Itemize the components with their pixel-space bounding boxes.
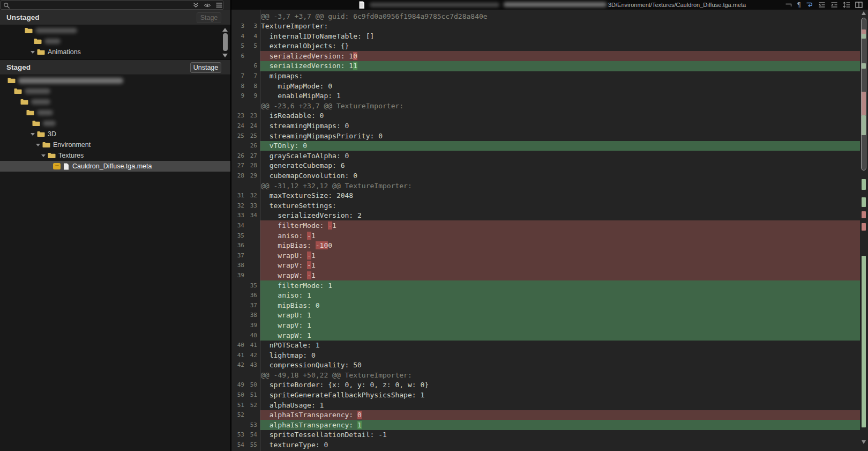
menu-icon[interactable]: [215, 2, 223, 9]
diff-row[interactable]: 38 wrapU: 1: [231, 310, 868, 321]
diff-row[interactable]: 2525 streamingMipmapsPriority: 0: [231, 131, 868, 141]
hunk-header-row[interactable]: @@ -3,7 +3,7 @@ guid: 6c9fd0a0956f1984a9…: [231, 11, 868, 21]
diff-row[interactable]: 39 wrapV: 1: [231, 320, 868, 330]
disclosure-triangle-icon[interactable]: [41, 154, 46, 157]
tree-row-blurred[interactable]: [0, 86, 230, 97]
old-line-number: 9: [231, 92, 244, 99]
diff-row[interactable]: 34 filterMode: -1: [231, 220, 868, 231]
new-line-number: 40: [245, 332, 257, 339]
diff-scrollbar[interactable]: [861, 10, 867, 451]
whitespace-icon[interactable]: [785, 2, 792, 8]
diff-row[interactable]: 3334 serializedVersion: 2: [231, 211, 868, 221]
scroll-down-arrow[interactable]: [862, 440, 866, 444]
row-highlight-band: [260, 201, 860, 211]
hunk-header-row[interactable]: @@ -23,6 +23,7 @@ TextureImporter:: [231, 101, 868, 111]
disclosure-triangle-icon[interactable]: [31, 133, 35, 136]
diff-row[interactable]: 2424 streamingMipmaps: 0: [231, 121, 868, 131]
scrollbar-thumb[interactable]: [861, 18, 866, 171]
folder-icon: [32, 120, 40, 127]
tree-row-blurred[interactable]: [0, 25, 230, 36]
old-line-number: 35: [231, 232, 244, 239]
tree-row-3d[interactable]: 3D: [0, 129, 230, 139]
hunk-header-row[interactable]: @@ -49,18 +50,22 @@ TextureImporter:: [231, 370, 868, 380]
scroll-up-arrow[interactable]: [862, 11, 866, 15]
pilcrow-icon[interactable]: ¶: [797, 2, 801, 9]
diff-row[interactable]: 3233 textureSettings:: [231, 201, 868, 211]
tree-row-textures[interactable]: Textures: [0, 150, 230, 161]
new-line-number: 6: [245, 62, 257, 69]
diff-map-marker-del: [862, 211, 866, 218]
diff-row[interactable]: 2627 grayScaleToAlpha: 0: [231, 151, 868, 161]
code-text: wrapU: -1: [261, 252, 316, 260]
diff-row[interactable]: 38 wrapV: -1: [231, 261, 868, 271]
diff-row[interactable]: 37 mipBias: 0: [231, 300, 868, 310]
diff-row[interactable]: 6 serializedVersion: 11: [231, 61, 868, 71]
stage-button[interactable]: Stage: [197, 12, 221, 23]
columns-icon[interactable]: [855, 2, 863, 8]
tree-row-animations[interactable]: Animations: [0, 47, 230, 57]
diff-row[interactable]: 52 alphaIsTransparency: 0: [231, 410, 868, 420]
diff-row[interactable]: 4142 lightmap: 0: [231, 350, 868, 360]
diff-row[interactable]: 39 wrapW: -1: [231, 270, 868, 280]
diff-row[interactable]: 99 enableMipMap: 1: [231, 91, 868, 101]
unstage-button[interactable]: Unstage: [190, 62, 221, 73]
unstaged-scroll-down-arrow[interactable]: [222, 54, 228, 57]
diff-row[interactable]: 5455 textureType: 0: [231, 440, 868, 450]
tree-row-cauldron-diffuse-tga-meta[interactable]: ···Cauldron_Diffuse.tga.meta: [0, 161, 230, 172]
code-text: filterMode: 1: [261, 282, 332, 290]
diff-row[interactable]: 2728 generateCubemap: 6: [231, 161, 868, 171]
diff-row[interactable]: 77 mipmaps:: [231, 71, 868, 82]
unstaged-scroll-up-arrow[interactable]: [222, 28, 228, 32]
folder-icon: [37, 49, 45, 55]
diff-row[interactable]: 35 filterMode: 1: [231, 280, 868, 291]
diff-row[interactable]: 26 vTOnly: 0: [231, 141, 868, 151]
tree-row-blurred[interactable]: [0, 97, 230, 107]
search-input[interactable]: [1, 1, 223, 10]
diff-row[interactable]: 4243 compressionQuality: 50: [231, 360, 868, 371]
tree-row-blurred[interactable]: [0, 118, 230, 129]
diff-row[interactable]: 6 serializedVersion: 10: [231, 51, 868, 61]
tree-row-blurred[interactable]: [0, 107, 230, 118]
diff-row[interactable]: 5152 alphaUsage: 1: [231, 400, 868, 410]
diff-row[interactable]: 33TextureImporter:: [231, 21, 868, 32]
line-height-icon[interactable]: [843, 2, 850, 8]
new-line-number: 43: [245, 361, 257, 368]
diff-row[interactable]: 35 aniso: -1: [231, 231, 868, 241]
diff-row[interactable]: 36 aniso: 1: [231, 291, 868, 301]
tree-row-blurred[interactable]: [0, 75, 230, 86]
diff-row[interactable]: 53 alphaIsTransparency: 1: [231, 420, 868, 430]
diff-row[interactable]: 5051 spriteGenerateFallbackPhysicsShape:…: [231, 390, 868, 401]
intraline-change-highlight: -: [307, 252, 311, 260]
collapse-all-icon[interactable]: [192, 2, 199, 9]
code-text: isReadable: 0: [261, 112, 324, 120]
diff-row[interactable]: 55 externalObjects: {}: [231, 41, 868, 51]
diff-row[interactable]: 36 mipBias: -100: [231, 241, 868, 251]
diff-row[interactable]: 4041 nPOTScale: 1: [231, 341, 868, 351]
tree-row-blurred[interactable]: [0, 36, 230, 47]
diff-row[interactable]: 2829 cubemapConvolution: 0: [231, 171, 868, 181]
indent-icon[interactable]: [830, 2, 838, 8]
folder-icon: [25, 27, 33, 34]
new-line-number: 4: [245, 33, 257, 40]
blurred-label: [37, 110, 53, 115]
new-line-number: 27: [245, 152, 257, 159]
tree-row-environment[interactable]: Environment: [0, 139, 230, 150]
diff-row[interactable]: 37 wrapU: -1: [231, 250, 868, 261]
code-text: wrapV: 1: [261, 321, 311, 329]
diff-row[interactable]: 44 internalIDToNameTable: []: [231, 31, 868, 41]
disclosure-triangle-icon[interactable]: [36, 144, 40, 146]
search-text-field[interactable]: [12, 1, 156, 9]
unstaged-scrollbar-thumb[interactable]: [223, 33, 228, 51]
diff-row[interactable]: 2323 isReadable: 0: [231, 111, 868, 121]
diff-row[interactable]: 5354 spriteTessellationDetail: -1: [231, 430, 868, 440]
hunk-header-row[interactable]: @@ -31,12 +32,12 @@ TextureImporter:: [231, 181, 868, 191]
diff-row[interactable]: 40 wrapW: 1: [231, 330, 868, 341]
intraline-change-highlight: 1: [357, 421, 362, 429]
unindent-icon[interactable]: [818, 2, 826, 8]
diff-row[interactable]: 3132 maxTextureSize: 2048: [231, 191, 868, 201]
disclosure-triangle-icon[interactable]: [31, 51, 35, 54]
word-wrap-icon[interactable]: [806, 2, 813, 8]
diff-row[interactable]: 88 mipMapMode: 0: [231, 81, 868, 91]
eye-icon[interactable]: [204, 2, 211, 9]
diff-row[interactable]: 4950 spriteBorder: {x: 0, y: 0, z: 0, w:…: [231, 380, 868, 390]
